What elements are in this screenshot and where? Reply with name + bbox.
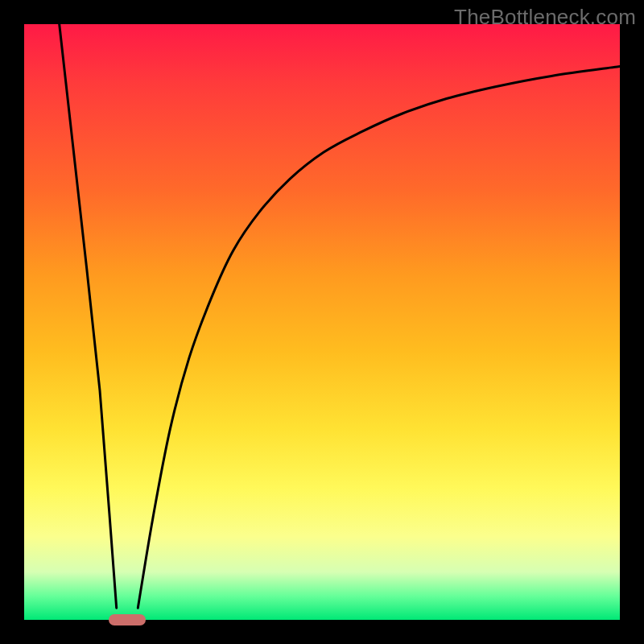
curve-left-branch xyxy=(60,24,117,608)
watermark-text: TheBottleneck.com xyxy=(454,5,636,30)
plot-area xyxy=(24,24,620,620)
curve-right-branch xyxy=(138,67,620,609)
chart-frame: TheBottleneck.com xyxy=(0,0,644,644)
bottleneck-curve xyxy=(24,24,620,620)
optimal-range-marker xyxy=(109,614,146,625)
